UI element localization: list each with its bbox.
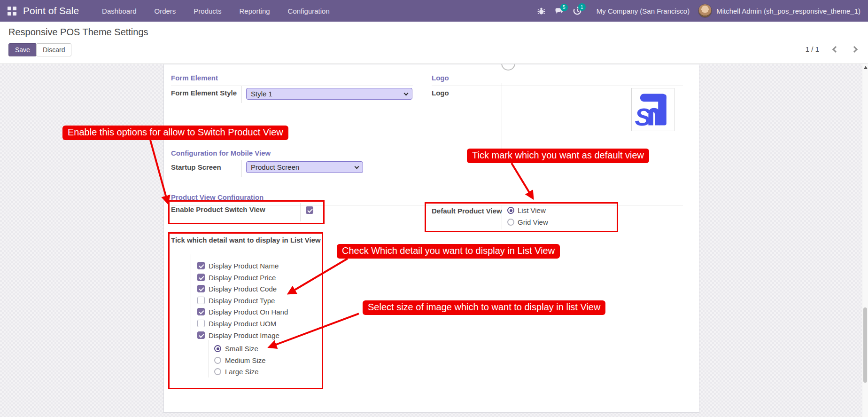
separator — [300, 203, 301, 221]
svg-text:S: S — [635, 104, 651, 128]
list-details-title: Tick which detail want to display in Lis… — [171, 235, 322, 245]
default-product-view-label: Default Product View — [432, 207, 502, 215]
scrollbar-up-arrow-icon[interactable] — [864, 66, 868, 69]
display-product-code-checkbox[interactable] — [197, 285, 205, 292]
content-area: Form Element Form Element Style Style 1 … — [0, 64, 868, 417]
startup-screen-label: Startup Screen — [171, 163, 221, 171]
vertical-scrollbar[interactable] — [862, 64, 868, 417]
apps-grid-icon[interactable] — [8, 7, 16, 16]
separator — [241, 86, 242, 103]
display-product-name-checkbox[interactable] — [197, 262, 205, 269]
section-header-logo: Logo — [432, 74, 683, 86]
display-product-image-checkbox[interactable] — [197, 331, 205, 339]
company-switcher[interactable]: My Company (San Francisco) — [586, 7, 698, 15]
form-element-style-label: Form Element Style — [171, 89, 237, 97]
activities-clock-icon[interactable]: 1 — [573, 7, 581, 15]
list-view-radio-label: List View — [518, 206, 546, 214]
large-size-radio-label: Large Size — [225, 368, 259, 376]
menu-products[interactable]: Products — [185, 0, 230, 22]
activities-count-badge: 1 — [578, 3, 586, 11]
app-brand[interactable]: Point of Sale — [23, 5, 79, 16]
startup-screen-value: Product Screen — [251, 163, 299, 171]
enable-product-switch-view-label: Enable Product Switch View — [171, 205, 265, 213]
top-navbar: Point of Sale Dashboard Orders Products … — [0, 0, 868, 22]
list-view-radio[interactable] — [507, 207, 514, 214]
control-panel: Responsive POS Theme Settings Save Disca… — [0, 22, 868, 64]
discard-button[interactable]: Discard — [36, 43, 71, 56]
logo-field-label: Logo — [432, 89, 449, 97]
user-menu[interactable]: Mitchell Admin (sh_pos_responsive_theme_… — [716, 7, 860, 15]
logo-image[interactable]: S — [631, 88, 674, 131]
chevron-down-icon — [404, 91, 409, 96]
scrollbar-thumb[interactable] — [863, 307, 867, 383]
separator — [241, 160, 242, 177]
user-avatar[interactable] — [698, 4, 712, 18]
display-product-price-label: Display Product Price — [209, 274, 276, 282]
debug-bug-icon[interactable] — [537, 7, 545, 15]
separator — [502, 83, 502, 152]
clipped-widget-circle — [501, 64, 515, 71]
record-pager: 1 / 1 — [806, 45, 857, 53]
display-product-on-hand-checkbox[interactable] — [197, 308, 205, 315]
messages-count-badge: 5 — [560, 4, 568, 11]
display-product-on-hand-label: Display Product On Hand — [209, 308, 288, 316]
display-product-name-label: Display Product Name — [209, 262, 279, 270]
pager-previous-icon[interactable] — [832, 46, 839, 52]
enable-product-switch-view-checkbox[interactable] — [306, 206, 313, 214]
display-product-uom-label: Display Product UOM — [209, 320, 276, 328]
menu-dashboard[interactable]: Dashboard — [93, 0, 145, 22]
callout-default-view: Tick mark which you want as default view — [467, 149, 649, 163]
grid-view-radio[interactable] — [507, 219, 514, 226]
chevron-down-icon — [355, 165, 359, 169]
menu-reporting[interactable]: Reporting — [231, 0, 279, 22]
page-title: Responsive POS Theme Settings — [8, 27, 148, 38]
separator — [191, 254, 191, 335]
form-sheet: Form Element Form Element Style Style 1 … — [163, 64, 699, 413]
main-menu: Dashboard Orders Products Reporting Conf… — [93, 0, 339, 22]
separator — [209, 340, 209, 378]
large-size-radio[interactable] — [214, 368, 221, 375]
menu-configuration[interactable]: Configuration — [279, 0, 339, 22]
callout-image-size: Select size of image which to want to di… — [363, 300, 605, 315]
separator — [502, 205, 502, 229]
messages-icon[interactable]: 5 — [555, 7, 564, 15]
display-product-uom-checkbox[interactable] — [197, 320, 205, 327]
form-element-style-value: Style 1 — [251, 90, 272, 98]
display-product-type-label: Display Product Type — [209, 297, 275, 305]
pager-next-icon[interactable] — [851, 46, 858, 52]
grid-view-radio-label: Grid View — [518, 218, 548, 226]
pager-count: 1 / 1 — [806, 45, 819, 53]
medium-size-radio-label: Medium Size — [225, 356, 266, 364]
save-button[interactable]: Save — [8, 43, 37, 56]
form-element-style-select[interactable]: Style 1 — [246, 88, 412, 100]
callout-switch-product-view: Enable this options for allow to Switch … — [62, 126, 288, 140]
section-header-form-element: Form Element — [171, 74, 413, 86]
display-product-type-checkbox[interactable] — [197, 297, 205, 304]
screen: Point of Sale Dashboard Orders Products … — [0, 0, 868, 417]
startup-screen-select[interactable]: Product Screen — [246, 161, 363, 173]
display-product-image-label: Display Product Image — [209, 331, 279, 339]
small-size-radio[interactable] — [214, 345, 221, 352]
display-product-price-checkbox[interactable] — [197, 274, 205, 281]
menu-orders[interactable]: Orders — [145, 0, 185, 22]
callout-list-detail: Check Which detail you want to display i… — [337, 244, 560, 259]
display-product-code-label: Display Product Code — [209, 285, 277, 293]
medium-size-radio[interactable] — [214, 357, 221, 364]
small-size-radio-label: Small Size — [225, 345, 258, 353]
